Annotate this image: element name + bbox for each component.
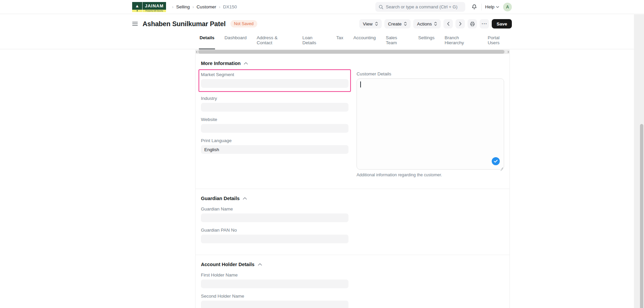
search-icon	[379, 5, 383, 9]
hamburger-icon	[132, 21, 138, 26]
section-guardian-details-header[interactable]: Guardian Details	[201, 196, 504, 201]
column-right	[357, 272, 504, 308]
save-button[interactable]: Save	[492, 19, 512, 28]
prev-record-button[interactable]	[443, 19, 453, 28]
scroll-right-arrow-icon[interactable]	[508, 51, 509, 53]
market-segment-input[interactable]	[201, 79, 348, 88]
vertical-scrollbar[interactable]	[634, 14, 644, 308]
header-actions: View Create Actions ··· S	[359, 19, 512, 28]
website-input[interactable]	[201, 124, 348, 133]
search-placeholder: Search or type a command (Ctrl + G)	[386, 4, 458, 9]
section-title: More Information	[201, 61, 240, 66]
section-title: Account Holder Details	[201, 262, 255, 267]
tab-dashboard[interactable]: Dashboard	[224, 32, 247, 49]
section-account-holder-header[interactable]: Account Holder Details	[201, 262, 504, 267]
logo-triangle-glyph: ▲	[132, 2, 142, 10]
resize-handle-icon[interactable]	[500, 166, 503, 169]
tab-portal-users[interactable]: Portal Users	[487, 32, 512, 49]
next-record-button[interactable]	[455, 19, 465, 28]
column-left: Market Segment Industry Website Print La…	[201, 71, 348, 183]
horizontal-scrollbar-thumb[interactable]	[198, 50, 504, 54]
section-more-information: More Information Market Segment Industry	[196, 54, 509, 189]
check-icon	[494, 160, 498, 163]
field-market-segment: Market Segment	[201, 72, 348, 88]
guardian-name-input[interactable]	[201, 213, 348, 222]
view-button[interactable]: View	[359, 19, 382, 28]
website-label: Website	[201, 117, 348, 122]
chevron-up-icon	[244, 62, 248, 65]
tab-branch-hierarchy[interactable]: Branch Hierarchy	[444, 32, 478, 49]
tab-settings[interactable]: Settings	[418, 32, 435, 49]
navbar-divider	[481, 4, 482, 10]
tab-loan-details[interactable]: Loan Details	[302, 32, 327, 49]
customer-details-textarea[interactable]	[357, 78, 504, 170]
industry-input[interactable]	[201, 103, 348, 112]
sidebar-toggle-button[interactable]	[132, 21, 138, 26]
bell-icon	[471, 4, 477, 10]
tab-address-contact[interactable]: Address & Contact	[256, 32, 293, 49]
confirm-check-button[interactable]	[492, 157, 500, 165]
guardian-pan-label: Guardian PAN No	[201, 228, 348, 233]
avatar-letter: A	[506, 5, 509, 9]
first-holder-name-label: First Holder Name	[201, 272, 348, 278]
breadcrumb-separator: ›	[172, 4, 173, 9]
menu-button[interactable]: ···	[480, 19, 489, 28]
customer-details-description: Additional information regarding the cus…	[357, 173, 504, 177]
tab-details[interactable]: Details	[199, 32, 215, 49]
help-menu[interactable]: Help	[485, 4, 499, 9]
scroll-left-arrow-icon[interactable]	[196, 51, 197, 53]
actions-button[interactable]: Actions	[413, 19, 441, 28]
page-title: Ashaben Sunilkumar Patel	[143, 20, 226, 28]
field-industry: Industry	[201, 96, 348, 112]
logo-mountain-icon: ▲	[132, 2, 142, 12]
column-left: First Holder Name Second Holder Name Thi…	[201, 272, 348, 308]
guardian-pan-input[interactable]	[201, 235, 348, 243]
customer-details-label: Customer Details	[357, 71, 504, 76]
search-input[interactable]: Search or type a command (Ctrl + G)	[375, 2, 465, 12]
field-guardian-pan: Guardian PAN No	[201, 228, 348, 243]
brand-tagline: Prosperity with Security	[143, 10, 166, 12]
first-holder-name-input[interactable]	[201, 280, 348, 288]
chevron-right-icon	[459, 22, 462, 26]
second-holder-name-label: Second Holder Name	[201, 294, 348, 299]
select-caret-icon	[434, 22, 437, 26]
app-logo[interactable]: ▲ JAINAM Prosperity with Security	[132, 2, 166, 12]
field-first-holder-name: First Holder Name	[201, 272, 348, 288]
select-caret-icon	[404, 22, 407, 26]
second-holder-name-input[interactable]	[201, 301, 348, 308]
column-right: Customer Details Additional information …	[357, 71, 504, 183]
ellipsis-icon: ···	[482, 21, 487, 26]
user-avatar[interactable]: A	[503, 3, 512, 11]
chevron-down-icon	[496, 6, 499, 8]
status-badge: Not Saved	[230, 20, 257, 27]
column-left: Guardian Name Guardian PAN No	[201, 206, 348, 249]
column-right	[357, 206, 504, 249]
print-language-input[interactable]: English	[201, 145, 348, 154]
breadcrumb-separator: ›	[193, 4, 194, 9]
breadcrumb-customer[interactable]: Customer	[197, 4, 216, 9]
printer-icon	[470, 21, 475, 26]
text-cursor	[360, 81, 361, 87]
create-button[interactable]: Create	[384, 19, 411, 28]
print-language-label: Print Language	[201, 138, 348, 143]
navbar: ▲ JAINAM Prosperity with Security › Sell…	[0, 0, 644, 14]
tab-sales-team[interactable]: Sales Team	[385, 32, 409, 49]
tab-tax[interactable]: Tax	[335, 32, 344, 49]
field-print-language: Print Language English	[201, 138, 348, 154]
section-guardian-details: Guardian Details Guardian Name Guardian …	[196, 189, 509, 255]
breadcrumb-selling[interactable]: Selling	[176, 4, 190, 9]
chevron-left-icon	[447, 22, 449, 26]
print-button[interactable]	[468, 19, 477, 28]
notifications-bell-button[interactable]	[470, 3, 479, 11]
chevron-up-icon	[243, 197, 247, 200]
field-second-holder-name: Second Holder Name	[201, 294, 348, 308]
horizontal-scrollbar[interactable]	[195, 50, 510, 54]
tabs-bar: Details Dashboard Address & Contact Loan…	[0, 32, 644, 49]
vertical-scrollbar-thumb[interactable]	[640, 124, 643, 308]
tab-accounting[interactable]: Accounting	[353, 32, 376, 49]
breadcrumb-record-id[interactable]: DX150	[223, 4, 237, 9]
breadcrumb: › Selling › Customer › DX150	[169, 4, 237, 9]
section-more-information-header[interactable]: More Information	[201, 61, 504, 66]
field-guardian-name: Guardian Name	[201, 206, 348, 222]
market-segment-label: Market Segment	[201, 72, 348, 77]
